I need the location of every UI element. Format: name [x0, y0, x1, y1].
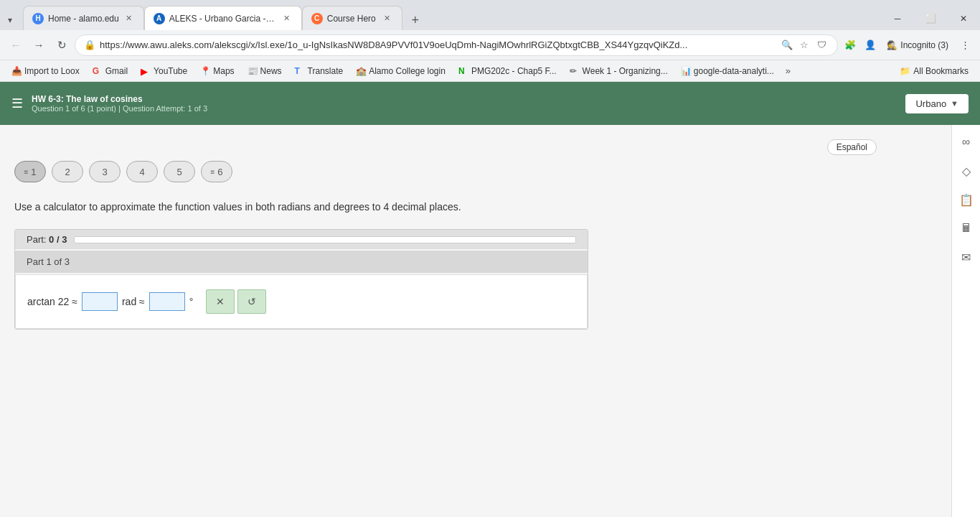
bookmark-loox-label: Import to Loox [24, 66, 80, 76]
equation-line: arctan 22 ≈ rad ≈ ° ✕ ↺ [27, 289, 575, 314]
tab-coursehero[interactable]: C Course Hero ✕ [302, 6, 402, 30]
sidebar-calculator-icon[interactable]: 🖩 [955, 217, 978, 240]
bookmark-translate-label: Translate [308, 66, 344, 76]
tab-aleks-favicon: A [154, 13, 165, 24]
bookmark-star-icon[interactable]: ☆ [797, 38, 811, 52]
pill-1-icon: ≡ [24, 168, 28, 176]
sidebar-infinity-icon[interactable]: ∞ [955, 131, 978, 154]
part-label: Part: 0 / 3 [27, 234, 67, 245]
bookmark-maps[interactable]: 📍 Maps [194, 64, 240, 78]
tab-coursehero-close[interactable]: ✕ [382, 13, 393, 24]
back-button[interactable]: ← [6, 35, 26, 55]
window-controls: ─ ⬜ ✕ [881, 7, 980, 30]
radians-input[interactable] [82, 292, 118, 311]
pill-4-number: 4 [139, 167, 144, 177]
bookmark-youtube-label: YouTube [154, 66, 187, 76]
question-area: Español ≡ 1 2 3 [0, 125, 951, 517]
alamo-icon: 🏫 [356, 66, 366, 76]
translate-icon: T [295, 66, 305, 76]
close-button[interactable]: ✕ [947, 7, 980, 30]
part-subheader: Part 1 of 3 [15, 251, 588, 273]
page-content: ☰ HW 6-3: The law of cosines Question 1 … [0, 82, 980, 517]
question-pill-6[interactable]: ≡ 6 [201, 161, 232, 182]
tab-home[interactable]: H Home - alamo.edu ✕ [23, 6, 144, 30]
sidebar-bookmark-icon[interactable]: ◇ [955, 159, 978, 182]
question-pill-4[interactable]: 4 [126, 161, 158, 182]
user-chevron-icon: ▼ [951, 99, 958, 108]
address-bar[interactable]: 🔒 https://www.awu.aleks.com/alekscgi/x/I… [75, 34, 838, 56]
bookmark-alamo[interactable]: 🏫 Alamo College login [350, 64, 451, 78]
question-pill-3[interactable]: 3 [89, 161, 121, 182]
tab-aleks-title: ALEKS - Urbano Garcia - HW 6... [169, 14, 277, 24]
aleks-header: ☰ HW 6-3: The law of cosines Question 1 … [0, 82, 980, 125]
minimize-button[interactable]: ─ [881, 7, 914, 30]
reset-button[interactable]: ↺ [237, 289, 266, 314]
bookmark-week1-label: Week 1 - Organizing... [583, 66, 668, 76]
extension-icon[interactable]: 🛡 [814, 38, 829, 52]
loox-icon: 📥 [11, 66, 22, 76]
sidebar-document-icon[interactable]: 📋 [955, 188, 978, 211]
gmail-icon: G [93, 66, 103, 76]
forward-button[interactable]: → [29, 35, 49, 55]
news-icon: 📰 [248, 66, 258, 76]
degree-symbol: ° [189, 296, 194, 307]
aleks-main: Español ≡ 1 2 3 [0, 125, 980, 517]
new-tab-button[interactable]: + [405, 10, 425, 30]
hamburger-menu[interactable]: ☰ [11, 96, 23, 111]
pill-3-number: 3 [102, 167, 107, 177]
bookmark-news-label: News [260, 66, 282, 76]
menu-button[interactable]: ⋮ [956, 36, 974, 55]
address-text: https://www.awu.aleks.com/alekscgi/x/Isl… [100, 39, 776, 50]
bookmark-news[interactable]: 📰 News [242, 64, 288, 78]
clear-button[interactable]: ✕ [206, 289, 235, 314]
question-pill-5[interactable]: 5 [164, 161, 195, 182]
nav-bar: ← → ↻ 🔒 https://www.awu.aleks.com/aleksc… [0, 30, 980, 60]
header-info: HW 6-3: The law of cosines Question 1 of… [32, 94, 905, 113]
espanol-button[interactable]: Español [827, 139, 877, 155]
pill-5-number: 5 [176, 167, 182, 177]
bookmark-maps-label: Maps [213, 66, 234, 76]
all-bookmarks-button[interactable]: 📁 All Bookmarks [894, 64, 974, 78]
maximize-button[interactable]: ⬜ [914, 7, 947, 30]
incognito-icon: 🕵 [887, 40, 897, 50]
tab-list: H Home - alamo.edu ✕ A ALEKS - Urbano Ga… [20, 6, 881, 30]
question-pill-1[interactable]: ≡ 1 [14, 161, 46, 182]
bookmark-pmg[interactable]: N PMG202c - Chap5 F... [453, 64, 562, 78]
tab-home-close[interactable]: ✕ [123, 13, 135, 24]
bookmark-loox[interactable]: 📥 Import to Loox [6, 64, 85, 78]
reload-button[interactable]: ↻ [52, 35, 72, 55]
bookmark-translate[interactable]: T Translate [289, 64, 349, 78]
tab-home-title: Home - alamo.edu [48, 14, 119, 24]
week1-icon: ✏ [570, 66, 580, 76]
maps-icon: 📍 [200, 66, 210, 76]
bookmark-week1[interactable]: ✏ Week 1 - Organizing... [564, 64, 674, 78]
bookmarks-more-button[interactable]: » [783, 64, 793, 78]
part-progress: 0 / 3 [49, 234, 67, 245]
pill-6-icon: ≡ [210, 168, 215, 176]
bookmark-pmg-label: PMG202c - Chap5 F... [471, 66, 557, 76]
extensions-button[interactable]: 🧩 [841, 36, 859, 55]
bookmark-gmail[interactable]: G Gmail [87, 64, 133, 78]
tab-aleks[interactable]: A ALEKS - Urbano Garcia - HW 6... ✕ [144, 6, 302, 30]
bookmark-google-data[interactable]: 📊 google-data-analyti... [675, 64, 780, 78]
bookmark-youtube[interactable]: ▶ YouTube [135, 64, 193, 78]
user-menu[interactable]: Urbano ▼ [905, 94, 969, 113]
question-pill-2[interactable]: 2 [52, 161, 83, 182]
profile-button[interactable]: 👤 [861, 36, 880, 55]
tab-home-favicon: H [32, 13, 44, 24]
sidebar-mail-icon[interactable]: ✉ [955, 246, 978, 269]
bookmark-google-data-label: google-data-analyti... [694, 66, 774, 76]
tab-aleks-close[interactable]: ✕ [281, 13, 293, 24]
hw-subtitle: Question 1 of 6 (1 point) | Question Att… [32, 104, 905, 113]
tab-dropdown[interactable]: ▾ [0, 10, 20, 30]
pmg-icon: N [458, 66, 468, 76]
hw-title: HW 6-3: The law of cosines [32, 94, 905, 104]
all-bookmarks-label: All Bookmarks [913, 66, 969, 76]
right-sidebar: ∞ ◇ 📋 🖩 ✉ [951, 125, 980, 517]
degrees-input[interactable] [149, 292, 185, 311]
answer-area: arctan 22 ≈ rad ≈ ° ✕ ↺ [15, 274, 588, 329]
incognito-label: Incognito (3) [900, 40, 948, 50]
bookmarks-bar: 📥 Import to Loox G Gmail ▶ YouTube 📍 Map… [0, 60, 980, 82]
pill-2-number: 2 [65, 167, 70, 177]
search-icon[interactable]: 🔍 [780, 38, 794, 52]
